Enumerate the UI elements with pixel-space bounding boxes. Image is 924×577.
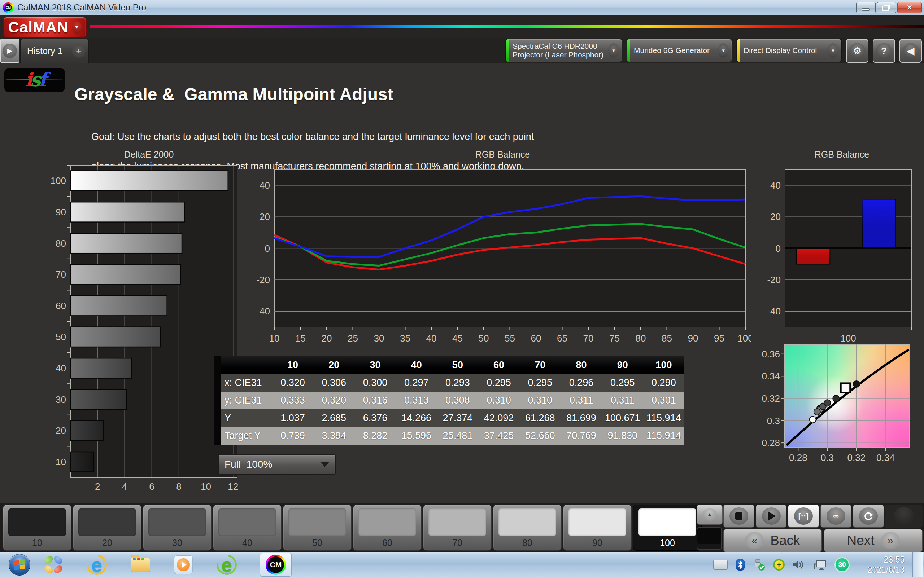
gray-swatch: [78, 508, 136, 536]
x-tick-label: 30: [374, 333, 384, 344]
calman-taskbar-button[interactable]: CM: [260, 553, 292, 577]
close-button[interactable]: ✕: [897, 2, 922, 13]
stop-button[interactable]: [723, 504, 754, 528]
tab-history-1[interactable]: History 1 +: [20, 39, 89, 63]
add-tab-button[interactable]: +: [72, 44, 86, 58]
file-explorer-icon[interactable]: [130, 554, 150, 575]
table-cell: 0.295: [519, 377, 561, 388]
meter-mode: Projector (Laser Phosphor): [512, 50, 604, 59]
stop-icon: [735, 513, 743, 520]
tab-scroll-button[interactable]: ▶: [0, 39, 19, 63]
table-cell: 0.306: [313, 377, 354, 388]
settings-button[interactable]: ⚙: [846, 39, 868, 63]
cie-point-30: [824, 400, 830, 406]
gray-swatch: [8, 508, 66, 536]
gray-swatch: [428, 508, 486, 536]
table-header-cell: 10: [272, 359, 313, 371]
network-tray-icon[interactable]: [813, 559, 827, 571]
taskbar-color-app-icon[interactable]: [43, 554, 63, 575]
pattern-size-dropdown[interactable]: Full 100%: [218, 455, 336, 475]
table-header-cell: 80: [561, 359, 602, 371]
browser-icon[interactable]: e: [216, 554, 237, 575]
deltae-bar-100: [71, 171, 228, 191]
collapse-strip-button[interactable]: ▲: [696, 504, 723, 525]
refresh-button[interactable]: [853, 504, 884, 528]
single-measure-button[interactable]: [··]: [788, 504, 819, 528]
toolbar: ▶ History 1 + SpectraCal C6 HDR2000 Proj…: [0, 38, 924, 63]
table-row-label: y: CIE31: [221, 395, 272, 406]
rgb-bar-sheen: [796, 248, 830, 264]
x-tick-label: 12: [228, 481, 238, 492]
start-button[interactable]: [9, 554, 30, 575]
security-tray-icon[interactable]: +: [773, 559, 785, 571]
display-name: Direct Display Control: [743, 46, 817, 55]
pattern-patch-50[interactable]: 50: [283, 504, 352, 551]
table-row-label: Target Y: [221, 430, 272, 442]
patch-label: 80: [493, 538, 561, 548]
play-button[interactable]: [756, 504, 787, 528]
y-tick-label: 70: [56, 269, 66, 280]
close-icon: ✕: [907, 3, 913, 12]
show-desktop-button[interactable]: [913, 552, 922, 577]
y-tick-label: -20: [256, 274, 270, 285]
deltae-bar-80: [71, 233, 182, 253]
pattern-patch-100[interactable]: 100: [633, 504, 702, 551]
table-cell: 27.374: [437, 413, 478, 424]
deltae-bar-10: [71, 452, 94, 472]
pattern-patch-60[interactable]: 60: [353, 504, 422, 551]
isf-blue-line: [42, 79, 63, 80]
source-status-stripe: [627, 39, 630, 62]
daylight-locus-curve: [787, 350, 909, 445]
window-title: CalMAN 2018 CalMAN Video Pro: [17, 3, 146, 13]
y-tick-label: 80: [56, 238, 66, 249]
taskbar-clock[interactable]: 23:55 2021/6/13: [858, 554, 905, 575]
internet-explorer-icon[interactable]: e: [87, 554, 107, 575]
usb-tray-icon[interactable]: [753, 559, 765, 571]
x-tick-label: 15: [295, 333, 306, 344]
collapse-panel-button[interactable]: ◀: [900, 39, 922, 63]
brand-bar: CalMAN ▼: [0, 15, 924, 38]
bluetooth-tray-icon[interactable]: [736, 559, 745, 571]
pattern-patch-40[interactable]: 40: [213, 504, 281, 551]
pattern-patch-80[interactable]: 80: [493, 504, 562, 551]
help-button[interactable]: ?: [873, 39, 895, 63]
keyboard-tray-icon[interactable]: [713, 560, 728, 570]
deltae-bar-40: [71, 358, 132, 378]
source-dropdown[interactable]: Murideo 6G Generator ▼: [627, 39, 732, 62]
restore-button[interactable]: [877, 2, 896, 13]
isf-letter-f: f: [39, 69, 44, 90]
battery-tray-icon[interactable]: 30: [835, 557, 850, 572]
pattern-patch-20[interactable]: 20: [73, 504, 142, 551]
pattern-patch-70[interactable]: 70: [423, 504, 492, 551]
display-control-dropdown[interactable]: Direct Display Control ▼: [736, 39, 842, 62]
y-tick-label: 0.34: [762, 371, 780, 382]
x-tick-label: 75: [609, 333, 620, 344]
continuous-measure-button[interactable]: ∞: [821, 504, 851, 528]
table-cell: 0.320: [272, 377, 313, 388]
table-header-cell: 90: [602, 359, 643, 371]
chevron-up-icon: ▲: [703, 508, 717, 521]
deltae-bar-70: [71, 264, 181, 284]
table-row: y: CIE310.3330.3200.3160.3130.3080.3100.…: [221, 392, 684, 409]
media-player-icon[interactable]: [173, 554, 194, 575]
minimize-button[interactable]: [856, 2, 876, 13]
pattern-patch-10[interactable]: 10: [3, 504, 71, 551]
pattern-preview-window[interactable]: [696, 527, 722, 550]
y-tick-label: 40: [770, 180, 781, 191]
clock-time: 23:55: [858, 554, 905, 565]
next-button[interactable]: Next »: [824, 529, 922, 552]
x-tick-label: 0.3: [821, 452, 834, 463]
x-tick-label: 25: [347, 333, 358, 344]
volume-tray-icon[interactable]: [793, 559, 805, 570]
pattern-patch-90[interactable]: 90: [563, 504, 632, 551]
y-tick-label: 0.32: [762, 393, 780, 404]
x-tick-label: 0.32: [847, 452, 866, 463]
cie-point-50: [814, 409, 821, 415]
calman-menu-button[interactable]: CalMAN ▼: [3, 16, 87, 38]
meter-dropdown[interactable]: SpectraCal C6 HDR2000 Projector (Laser P…: [505, 39, 622, 62]
y-tick-label: 60: [56, 300, 66, 311]
table-cell: 0.301: [643, 395, 684, 406]
pattern-patch-30[interactable]: 30: [143, 504, 212, 551]
gray-swatch: [498, 508, 556, 536]
back-button[interactable]: « Back: [723, 529, 822, 552]
